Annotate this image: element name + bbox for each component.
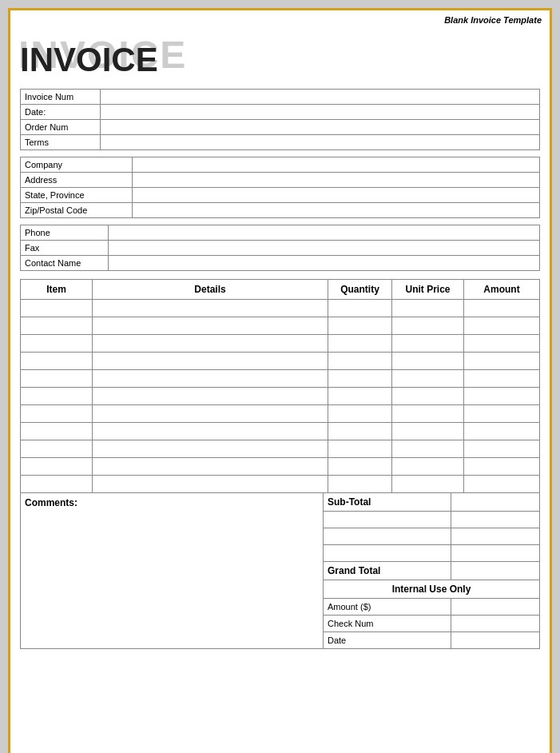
header-quantity: Quantity: [328, 280, 392, 300]
company-value[interactable]: [133, 157, 539, 172]
row-2-price[interactable]: [392, 335, 464, 353]
row-9-details[interactable]: [93, 458, 328, 476]
row-5-qty[interactable]: [328, 388, 392, 405]
fax-value[interactable]: [109, 241, 539, 255]
extra-row-2: [324, 528, 539, 545]
extra-value-2[interactable]: [451, 528, 539, 544]
row-10-details[interactable]: [93, 476, 328, 493]
phone-row: Phone: [21, 225, 539, 241]
row-1-price[interactable]: [392, 317, 464, 335]
order-num-value[interactable]: [101, 120, 539, 134]
header-details: Details: [93, 280, 328, 300]
row-6-qty[interactable]: [328, 405, 392, 423]
contact-section: Phone Fax Contact Name: [20, 225, 540, 271]
row-5-details[interactable]: [93, 388, 328, 405]
row-0-qty[interactable]: [328, 300, 392, 317]
table-header-row: Item Details Quantity Unit Price Amount: [21, 280, 540, 300]
row-8-item[interactable]: [21, 440, 93, 458]
row-3-price[interactable]: [392, 353, 464, 370]
row-8-amount[interactable]: [464, 440, 540, 458]
row-6-price[interactable]: [392, 405, 464, 423]
row-0-item[interactable]: [21, 300, 93, 317]
amount-value[interactable]: [451, 599, 539, 615]
invoice-num-label: Invoice Num: [21, 90, 101, 104]
row-4-item[interactable]: [21, 370, 93, 388]
row-1-amount[interactable]: [464, 317, 540, 335]
row-10-amount[interactable]: [464, 476, 540, 493]
row-0-amount[interactable]: [464, 300, 540, 317]
row-9-price[interactable]: [392, 458, 464, 476]
phone-label: Phone: [21, 225, 109, 240]
terms-value[interactable]: [101, 135, 539, 149]
amount-label: Amount ($): [324, 599, 451, 615]
state-value[interactable]: [133, 188, 539, 202]
row-5-price[interactable]: [392, 388, 464, 405]
totals-area: Sub-Total Grand Total Internal: [324, 493, 539, 648]
zip-label: Zip/Postal Code: [21, 203, 133, 217]
row-3-item[interactable]: [21, 353, 93, 370]
row-6-item[interactable]: [21, 405, 93, 423]
row-0-details[interactable]: [93, 300, 328, 317]
address-value[interactable]: [133, 173, 539, 187]
row-7-details[interactable]: [93, 423, 328, 440]
address-label: Address: [21, 173, 133, 187]
row-8-price[interactable]: [392, 440, 464, 458]
row-7-item[interactable]: [21, 423, 93, 440]
row-7-amount[interactable]: [464, 423, 540, 440]
extra-value-1[interactable]: [451, 512, 539, 528]
row-0-price[interactable]: [392, 300, 464, 317]
row-8-qty[interactable]: [328, 440, 392, 458]
row-1-qty[interactable]: [328, 317, 392, 335]
row-3-qty[interactable]: [328, 353, 392, 370]
row-2-details[interactable]: [93, 335, 328, 353]
table-row: [21, 353, 540, 370]
row-4-amount[interactable]: [464, 370, 540, 388]
subtotal-value[interactable]: [451, 493, 539, 511]
zip-value[interactable]: [133, 203, 539, 217]
items-table: Item Details Quantity Unit Price Amount: [20, 279, 540, 493]
row-7-qty[interactable]: [328, 423, 392, 440]
row-4-price[interactable]: [392, 370, 464, 388]
row-7-price[interactable]: [392, 423, 464, 440]
date-value[interactable]: [101, 105, 539, 119]
grand-total-value[interactable]: [451, 562, 539, 580]
row-6-details[interactable]: [93, 405, 328, 423]
state-label: State, Province: [21, 188, 133, 202]
row-4-qty[interactable]: [328, 370, 392, 388]
internal-use-header: Internal Use Only: [324, 580, 539, 599]
row-5-amount[interactable]: [464, 388, 540, 405]
internal-date-row: Date: [324, 632, 539, 648]
internal-date-value[interactable]: [451, 632, 539, 648]
row-3-details[interactable]: [93, 353, 328, 370]
phone-value[interactable]: [109, 225, 539, 240]
row-10-qty[interactable]: [328, 476, 392, 493]
table-row: [21, 440, 540, 458]
invoice-num-row: Invoice Num: [21, 90, 539, 105]
row-5-item[interactable]: [21, 388, 93, 405]
row-2-qty[interactable]: [328, 335, 392, 353]
row-10-item[interactable]: [21, 476, 93, 493]
row-8-details[interactable]: [93, 440, 328, 458]
header-item: Item: [21, 280, 93, 300]
row-2-amount[interactable]: [464, 335, 540, 353]
row-3-amount[interactable]: [464, 353, 540, 370]
terms-label: Terms: [21, 135, 101, 149]
table-row: [21, 300, 540, 317]
fax-label: Fax: [21, 241, 109, 255]
row-6-amount[interactable]: [464, 405, 540, 423]
row-1-details[interactable]: [93, 317, 328, 335]
row-9-amount[interactable]: [464, 458, 540, 476]
row-1-item[interactable]: [21, 317, 93, 335]
row-9-qty[interactable]: [328, 458, 392, 476]
invoice-num-value[interactable]: [101, 90, 539, 104]
row-9-item[interactable]: [21, 458, 93, 476]
contact-name-value[interactable]: [109, 256, 539, 270]
row-10-price[interactable]: [392, 476, 464, 493]
row-4-details[interactable]: [93, 370, 328, 388]
row-2-item[interactable]: [21, 335, 93, 353]
extra-label-3: [324, 545, 451, 561]
check-num-value[interactable]: [451, 616, 539, 631]
invoice-page: Blank Invoice Template INVOICE INVOICE I…: [8, 8, 552, 753]
extra-value-3[interactable]: [451, 545, 539, 561]
table-row: [21, 458, 540, 476]
